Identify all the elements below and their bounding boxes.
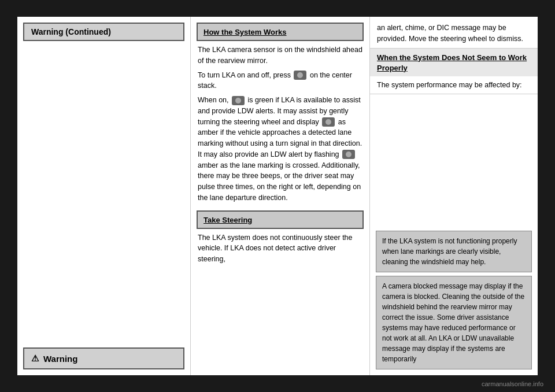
camera-blocked-text: A camera blocked message may display if …	[382, 281, 526, 364]
left-content-area	[17, 41, 190, 342]
middle-column: How the System Works The LKA camera sens…	[191, 17, 370, 375]
lka-icon-4	[342, 150, 355, 159]
right-column: an alert, chime, or DIC message may be p…	[370, 17, 538, 375]
right-spacer	[370, 94, 538, 231]
take-steering-title: Take Steering	[204, 216, 252, 224]
how-system-body: The LKA camera sensor is on the windshie…	[191, 41, 369, 210]
take-steering-body: The LKA system does not continuously ste…	[191, 229, 369, 272]
lka-icon-1	[294, 71, 306, 80]
lka-icon-2	[232, 96, 245, 105]
warning-continued-box: Warning (Continued)	[23, 23, 184, 41]
lka-info-box: If the LKA system is not functioning pro…	[376, 231, 532, 272]
page-container: Warning (Continued) ⚠ Warning How the Sy…	[17, 17, 538, 375]
camera-blocked-box: A camera blocked message may display if …	[376, 276, 532, 369]
warning-bottom-box: ⚠ Warning	[23, 347, 184, 369]
when-system-title: When the System Does Not Seem to Work Pr…	[377, 53, 527, 72]
system-perf-text: The system performance may be affected b…	[370, 76, 538, 95]
left-column: Warning (Continued) ⚠ Warning	[17, 17, 191, 375]
site-watermark: carmanualsonline.info	[482, 380, 543, 387]
right-top-paragraph: an alert, chime, or DIC message may be p…	[377, 23, 531, 45]
how-system-para2: To turn LKA on and off, press on the cen…	[198, 70, 362, 92]
warning-triangle-icon: ⚠	[31, 353, 39, 364]
how-system-para3: When on, is green if LKA is available to…	[198, 95, 362, 204]
right-top-text: an alert, chime, or DIC message may be p…	[370, 17, 538, 49]
how-system-works-header: How the System Works	[197, 23, 364, 41]
how-system-works-title: How the System Works	[204, 28, 287, 36]
how-system-para1: The LKA camera sensor is on the windshie…	[198, 45, 362, 66]
take-steering-text: The LKA system does not continuously ste…	[198, 232, 362, 265]
warning-continued-label: Warning (Continued)	[31, 27, 111, 36]
when-system-header: When the System Does Not Seem to Work Pr…	[370, 49, 538, 76]
take-steering-header: Take Steering	[197, 210, 364, 229]
lka-info-text: If the LKA system is not functioning pro…	[382, 236, 526, 267]
system-perf-paragraph: The system performance may be affected b…	[377, 80, 531, 91]
lka-icon-3	[322, 117, 335, 127]
warning-bottom-label: Warning	[43, 354, 77, 364]
